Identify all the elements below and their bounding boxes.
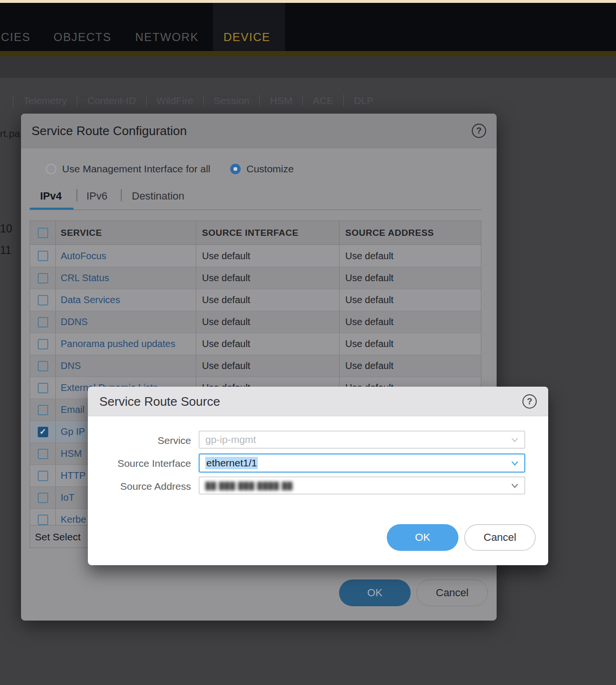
source-interface-value: ethernet1/1 bbox=[205, 457, 258, 469]
background-row-number: 10 bbox=[0, 222, 12, 235]
chevron-down-icon[interactable] bbox=[510, 458, 520, 468]
column-header-source-interface[interactable]: SOURCE INTERFACE bbox=[196, 221, 340, 244]
tab-ipv4[interactable]: IPv4 bbox=[40, 190, 62, 202]
help-icon[interactable]: ? bbox=[472, 124, 486, 138]
nav-item-device[interactable]: DEVICE bbox=[223, 31, 270, 44]
screen: CIES OBJECTS NETWORK DEVICE Telemetry Co… bbox=[0, 0, 616, 685]
table-row[interactable]: DDNS Use default Use default bbox=[30, 311, 481, 333]
row-checkbox[interactable] bbox=[38, 449, 48, 459]
dialog-title: Service Route Configuration bbox=[32, 114, 187, 148]
nav-item-policies[interactable]: CIES bbox=[1, 31, 31, 44]
subnav-content-id[interactable]: Content-ID bbox=[77, 95, 146, 106]
row-checkbox[interactable] bbox=[38, 251, 48, 261]
service-route-source-dialog: Service Route Source ? Service gp-ip-mgm… bbox=[88, 387, 548, 565]
help-icon[interactable]: ? bbox=[522, 394, 537, 409]
service-link[interactable]: Data Services bbox=[56, 289, 196, 311]
config-cancel-button[interactable]: Cancel bbox=[416, 580, 488, 606]
radio-label: Customize bbox=[246, 163, 294, 175]
chevron-down-icon[interactable] bbox=[510, 481, 520, 490]
column-header-source-address[interactable]: SOURCE ADDRESS bbox=[340, 221, 481, 244]
select-all-checkbox[interactable] bbox=[38, 228, 48, 238]
source-interface-value: Use default bbox=[196, 311, 340, 333]
background-row-number: 11 bbox=[0, 244, 11, 257]
dialog-header: Service Route Source ? bbox=[88, 387, 548, 416]
row-checkbox[interactable] bbox=[38, 493, 48, 503]
radio-icon[interactable] bbox=[46, 164, 56, 174]
subnav-telemetry[interactable]: Telemetry bbox=[13, 95, 77, 106]
table-row[interactable]: DNS Use default Use default bbox=[30, 355, 481, 377]
device-subnav: Telemetry Content-ID WildFire Session HS… bbox=[13, 87, 383, 114]
tab-baseline bbox=[30, 210, 481, 210]
background-url-fragment: rt.pa bbox=[0, 128, 20, 139]
radio-selected-icon[interactable] bbox=[230, 164, 241, 174]
service-label: Service bbox=[88, 435, 191, 446]
subnav-ace[interactable]: ACE bbox=[303, 95, 343, 106]
service-link[interactable]: Panorama pushed updates bbox=[56, 333, 196, 355]
row-checkbox[interactable] bbox=[38, 295, 48, 306]
service-link[interactable]: AutoFocus bbox=[56, 245, 196, 267]
source-address-value: Use default bbox=[340, 355, 481, 377]
row-checkbox[interactable] bbox=[38, 405, 48, 415]
source-interface-value: Use default bbox=[196, 333, 340, 355]
dialog-header: Service Route Configuration ? bbox=[21, 114, 497, 148]
source-address-label: Source Address bbox=[88, 481, 191, 492]
nav-item-network[interactable]: NETWORK bbox=[135, 31, 199, 44]
row-checkbox[interactable] bbox=[38, 361, 48, 371]
source-address-value: Use default bbox=[340, 267, 481, 289]
gold-accent-bar bbox=[0, 51, 616, 56]
source-ok-button[interactable]: OK bbox=[387, 524, 458, 551]
service-link[interactable]: DNS bbox=[56, 355, 196, 377]
source-address-dropdown[interactable]: ██ ███ ███ ████ ██ bbox=[199, 476, 525, 495]
source-interface-value: Use default bbox=[196, 289, 340, 311]
source-address-value-redacted: ██ ███ ███ ████ ██ bbox=[205, 482, 293, 490]
subnav-wildfire[interactable]: WildFire bbox=[147, 95, 203, 106]
row-checkbox[interactable] bbox=[38, 515, 48, 525]
tab-divider bbox=[121, 189, 122, 201]
source-interface-value: Use default bbox=[196, 267, 340, 289]
source-cancel-button[interactable]: Cancel bbox=[464, 524, 536, 551]
top-navbar: CIES OBJECTS NETWORK DEVICE bbox=[0, 3, 616, 51]
table-row[interactable]: Data Services Use default Use default bbox=[30, 289, 481, 311]
source-interface-value: Use default bbox=[196, 245, 340, 267]
source-address-value: Use default bbox=[340, 245, 481, 267]
subnav-hsm[interactable]: HSM bbox=[260, 95, 302, 106]
subnav-dlp[interactable]: DLP bbox=[344, 95, 383, 106]
radio-use-management-interface[interactable]: Use Management Interface for all bbox=[46, 163, 211, 175]
service-dropdown[interactable]: gp-ip-mgmt bbox=[199, 431, 525, 449]
row-checkbox[interactable] bbox=[38, 471, 48, 481]
source-address-value: Use default bbox=[340, 289, 481, 311]
nav-item-objects[interactable]: OBJECTS bbox=[53, 31, 111, 44]
source-address-value: Use default bbox=[340, 333, 481, 355]
table-row[interactable]: CRL Status Use default Use default bbox=[30, 267, 481, 289]
row-checkbox[interactable] bbox=[38, 383, 48, 393]
tab-ipv6[interactable]: IPv6 bbox=[86, 190, 107, 202]
source-address-value: Use default bbox=[340, 311, 481, 333]
check-icon: ✓ bbox=[39, 427, 46, 437]
service-link[interactable]: CRL Status bbox=[56, 267, 196, 289]
tab-destination[interactable]: Destination bbox=[132, 190, 184, 202]
table-header-row: SERVICE SOURCE INTERFACE SOURCE ADDRESS bbox=[30, 221, 481, 245]
row-checkbox[interactable] bbox=[38, 273, 48, 284]
service-link[interactable]: DDNS bbox=[56, 311, 196, 333]
table-row[interactable]: AutoFocus Use default Use default bbox=[30, 245, 481, 267]
source-interface-dropdown[interactable]: ethernet1/1 bbox=[199, 453, 525, 473]
source-interface-label: Source Interface bbox=[88, 458, 191, 469]
tab-divider bbox=[76, 189, 77, 201]
subnav-session[interactable]: Session bbox=[204, 95, 260, 106]
column-header-service[interactable]: SERVICE bbox=[56, 221, 196, 244]
radio-customize[interactable]: Customize bbox=[230, 163, 294, 175]
source-interface-value: Use default bbox=[196, 355, 340, 377]
table-row[interactable]: Panorama pushed updates Use default Use … bbox=[30, 333, 481, 355]
row-checkbox[interactable] bbox=[38, 317, 48, 327]
service-value: gp-ip-mgmt bbox=[205, 434, 256, 445]
chevron-down-icon bbox=[510, 435, 520, 444]
row-checkbox-checked[interactable]: ✓ bbox=[38, 427, 48, 437]
config-ok-button[interactable]: OK bbox=[339, 580, 411, 606]
toolbar-band bbox=[0, 56, 616, 78]
radio-label: Use Management Interface for all bbox=[62, 163, 211, 175]
row-checkbox[interactable] bbox=[38, 339, 48, 349]
dialog-title: Service Route Source bbox=[99, 387, 220, 416]
